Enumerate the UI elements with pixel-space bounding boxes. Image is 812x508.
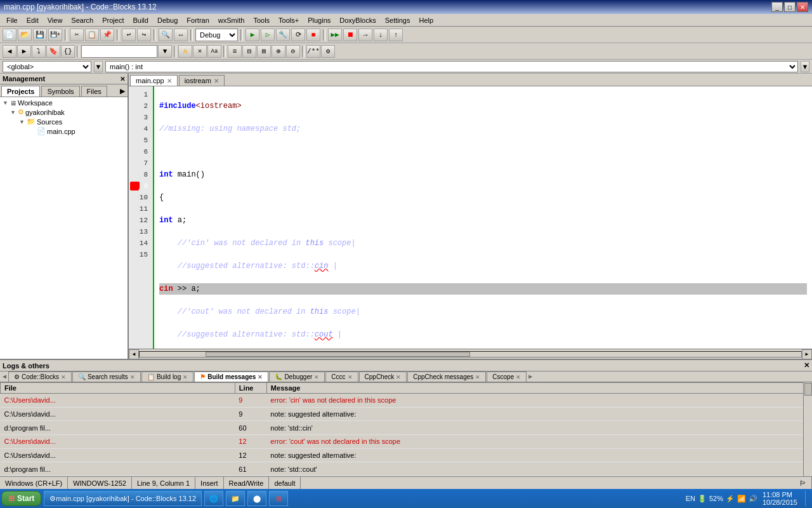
find-button[interactable]: 🔍 (159, 29, 173, 41)
settings2-button[interactable]: ⚙ (321, 45, 335, 58)
tab-cccc-close[interactable]: ✕ (348, 374, 353, 380)
toggle-button[interactable]: ≡ (228, 45, 242, 58)
code-editor[interactable]: 1 2 3 4 5 6 7 8 9 10 11 12 13 14 (129, 86, 812, 349)
taskbar-folder-app[interactable]: 📁 (226, 491, 245, 506)
menu-edit[interactable]: Edit (23, 16, 43, 25)
tab-cppcheck-close[interactable]: ✕ (396, 374, 401, 380)
log-scroll-thumb[interactable] (804, 383, 812, 396)
log-scrollbar[interactable] (803, 382, 812, 476)
scroll-right-btn[interactable]: ▶ (802, 349, 812, 359)
func-go-btn[interactable]: ▼ (801, 61, 809, 72)
tab-iostream-close[interactable]: ✕ (214, 77, 219, 84)
tab-cccc[interactable]: Cccc ✕ (325, 371, 358, 382)
build-button[interactable]: 🔧 (276, 29, 290, 41)
tab-cppcheck-messages[interactable]: CppCheck messages ✕ (407, 371, 486, 382)
zoom-out-button[interactable]: ⊖ (286, 45, 300, 58)
taskbar-codeblocks-app[interactable]: ⚙ main.cpp [gyakorihibak] - Code::Blocks… (44, 491, 202, 506)
minimize-button[interactable]: _ (771, 2, 783, 12)
maximize-button[interactable]: □ (784, 2, 796, 12)
panel-arrow-right[interactable]: ▶ (119, 86, 126, 97)
tab-cscope[interactable]: Cscope ✕ (487, 371, 527, 382)
scroll-thumb[interactable] (206, 352, 470, 357)
doc-button[interactable]: /** (306, 45, 320, 58)
menu-view[interactable]: View (44, 16, 67, 25)
tab-build-log[interactable]: 📋 Build log ✕ (141, 371, 193, 382)
func-dropdown[interactable]: main() : int (105, 61, 798, 72)
tab-sr-close[interactable]: ✕ (130, 374, 135, 380)
tree-main-cpp[interactable]: 📄 main.cpp (1, 126, 126, 136)
code-content[interactable]: #include <iostream> //missing: using nam… (154, 86, 812, 349)
menu-settings[interactable]: Settings (381, 16, 414, 25)
func-dropdown-btn[interactable]: ▼ (94, 61, 103, 72)
open-button[interactable]: 📂 (18, 29, 32, 41)
copy-button[interactable]: 📋 (85, 29, 99, 41)
tab-scroll-right[interactable]: ▶ (527, 371, 534, 382)
tab-build-messages[interactable]: ⚑ Build messages ✕ (194, 371, 268, 382)
menu-help[interactable]: Help (415, 16, 437, 25)
window-controls[interactable]: _ □ ✕ (771, 2, 808, 12)
highlight-button[interactable]: A (178, 45, 192, 58)
logs-close[interactable]: ✕ (804, 361, 809, 370)
undo-button[interactable]: ↩ (122, 29, 136, 41)
global-dropdown[interactable]: <global> (3, 61, 91, 72)
tree-sources[interactable]: ▼ 📁 Sources (1, 117, 126, 126)
tab-dbg-close[interactable]: ✕ (314, 374, 319, 380)
menu-project[interactable]: Project (98, 16, 128, 25)
step-in-button[interactable]: ↓ (374, 29, 388, 41)
paste-button[interactable]: 📌 (100, 29, 114, 41)
cut-button[interactable]: ✂ (70, 29, 84, 41)
tab-main-close[interactable]: ✕ (167, 77, 172, 84)
taskbar-ie-app[interactable]: 🌐 (204, 491, 223, 506)
tab-symbols[interactable]: Symbols (41, 86, 79, 97)
scroll-left-btn[interactable]: ◀ (129, 349, 139, 359)
tab-codeblocks[interactable]: ⚙ Code::Blocks ✕ (8, 371, 72, 382)
config-dropdown[interactable]: Debug Release (195, 29, 238, 41)
tab-cppcheck[interactable]: CppCheck ✕ (359, 371, 407, 382)
tab-bl-close[interactable]: ✕ (183, 374, 188, 380)
save-button[interactable]: 💾 (33, 29, 47, 41)
redo-button[interactable]: ↪ (137, 29, 151, 41)
fold-button[interactable]: ⊟ (242, 45, 256, 58)
menu-search[interactable]: Search (67, 16, 97, 25)
tab-cb-close[interactable]: ✕ (61, 374, 66, 380)
case-button[interactable]: Aa (207, 45, 221, 58)
forward-button[interactable]: ▶ (17, 45, 31, 58)
tab-search-results[interactable]: 🔍 Search results ✕ (72, 371, 141, 382)
step-next-button[interactable]: → (358, 29, 372, 41)
menu-tools[interactable]: Tools (249, 16, 273, 25)
menu-wxsmith[interactable]: wxSmith (214, 16, 249, 25)
tab-scroll-left[interactable]: ◀ (1, 371, 8, 382)
tab-cscope-close[interactable]: ✕ (516, 374, 521, 380)
menu-file[interactable]: File (3, 16, 22, 25)
debug-button[interactable]: ▶▶ (328, 29, 342, 41)
run-button[interactable]: ▷ (261, 29, 275, 41)
menu-doxyblocks[interactable]: DoxyBlocks (336, 16, 379, 25)
tab-projects[interactable]: Projects (1, 86, 40, 97)
tab-files[interactable]: Files (81, 86, 107, 97)
build-run-button[interactable]: ▶ (246, 29, 259, 41)
menu-plugins[interactable]: Plugins (304, 16, 334, 25)
unfold-button[interactable]: ⊞ (257, 45, 271, 58)
menu-fortran[interactable]: Fortran (183, 16, 213, 25)
tab-cppcheckm-close[interactable]: ✕ (475, 374, 480, 380)
back-button[interactable]: ◀ (3, 45, 16, 58)
zoom-in-button[interactable]: ⊕ (272, 45, 285, 58)
save-all-button[interactable]: 💾+ (48, 29, 62, 41)
replace-button[interactable]: ↔ (174, 29, 188, 41)
rebuild-button[interactable]: ⟳ (291, 29, 305, 41)
bookmarks-button[interactable]: 🔖 (46, 45, 60, 58)
menu-debug[interactable]: Debug (154, 16, 181, 25)
step-out-button[interactable]: ↑ (389, 29, 403, 41)
jump-button[interactable]: ⤵ (32, 45, 46, 58)
taskbar-ms-app[interactable]: ⊞ (269, 491, 288, 506)
tree-workspace[interactable]: ▼ 🖥 Workspace (1, 98, 126, 107)
scroll-track[interactable] (139, 351, 802, 358)
clear-button[interactable]: × (193, 45, 207, 58)
menu-toolsplus[interactable]: Tools+ (275, 16, 303, 25)
taskbar-chrome-app[interactable]: ⬤ (247, 491, 266, 506)
start-button[interactable]: ⊞ Start (1, 491, 41, 506)
debug-stop-button[interactable]: ⏹ (343, 29, 357, 41)
management-close[interactable]: ✕ (120, 76, 125, 83)
tab-debugger[interactable]: 🐛 Debugger ✕ (269, 371, 325, 382)
match-button[interactable]: {} (61, 45, 75, 58)
